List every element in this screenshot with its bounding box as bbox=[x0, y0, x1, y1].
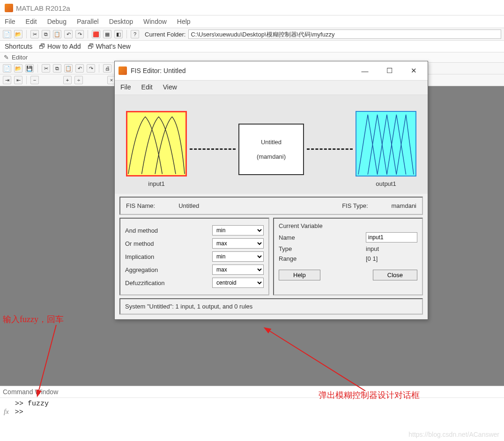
methods-panel: And method min Or method max Implication… bbox=[119, 218, 269, 295]
system-name: Untitled bbox=[261, 139, 282, 146]
close-button[interactable]: ✕ bbox=[403, 64, 424, 77]
cut-icon[interactable]: ✂ bbox=[30, 30, 39, 38]
var-name-input[interactable] bbox=[366, 232, 417, 243]
app-titlebar: MATLAB R2012a bbox=[0, 0, 504, 15]
indent-icon[interactable]: ⇥ bbox=[3, 76, 11, 84]
var-name-label: Name bbox=[279, 234, 366, 241]
divide-icon[interactable]: ÷ bbox=[74, 76, 83, 84]
help-button[interactable]: Help bbox=[279, 270, 320, 280]
defuzz-label: Defuzzification bbox=[125, 279, 212, 287]
or-method-label: Or method bbox=[125, 240, 212, 247]
input-label: input1 bbox=[126, 180, 187, 187]
or-method-select[interactable]: max bbox=[212, 238, 264, 249]
help-icon[interactable]: ? bbox=[131, 30, 139, 38]
close-button-panel[interactable]: Close bbox=[373, 270, 417, 280]
defuzz-select[interactable]: centroid bbox=[212, 278, 264, 288]
copy-icon[interactable]: ⧉ bbox=[42, 30, 50, 38]
current-variable-panel: Current Variable Name Type input Range [… bbox=[273, 218, 423, 295]
menu-parallel[interactable]: Parallel bbox=[77, 18, 99, 25]
annotation-left: 输入fuzzy，回车 bbox=[3, 314, 64, 325]
membership-triangles-icon bbox=[356, 112, 415, 176]
maximize-button[interactable]: ☐ bbox=[379, 64, 400, 77]
menu-window[interactable]: Window bbox=[143, 18, 167, 25]
new-file-icon[interactable]: 📄 bbox=[3, 30, 11, 38]
separator bbox=[88, 30, 88, 38]
paste-icon[interactable]: 📋 bbox=[53, 30, 61, 38]
fis-type-value: mamdani bbox=[392, 202, 416, 209]
var-type-label: Type bbox=[279, 245, 366, 252]
open-script-icon[interactable]: 📂 bbox=[14, 64, 22, 73]
system-node[interactable]: Untitled (mamdani) bbox=[238, 124, 304, 175]
fis-name-value: Untitled bbox=[178, 202, 199, 209]
fis-menu-view[interactable]: View bbox=[163, 83, 177, 91]
separator bbox=[26, 76, 27, 84]
menu-edit[interactable]: Edit bbox=[26, 18, 37, 25]
cmd-line-2: fx >> bbox=[4, 408, 500, 416]
membership-curves-icon bbox=[127, 112, 185, 175]
menu-file[interactable]: File bbox=[5, 18, 15, 25]
fis-menubar: File Edit View bbox=[115, 81, 428, 95]
outdent-icon[interactable]: ⇤ bbox=[14, 76, 22, 84]
current-folder-path[interactable]: C:\Users\xuewudu\Desktop\模糊控制器\代码\myfuzz… bbox=[188, 29, 501, 39]
minimize-button[interactable]: — bbox=[355, 64, 375, 77]
simulink-icon[interactable]: 🟥 bbox=[92, 30, 100, 38]
implication-select[interactable]: min bbox=[212, 251, 264, 262]
fis-editor-dialog: FIS Editor: Untitled — ☐ ✕ File Edit Vie… bbox=[114, 61, 428, 320]
menu-desktop[interactable]: Desktop bbox=[109, 18, 133, 25]
profiler-icon[interactable]: ◧ bbox=[114, 30, 123, 38]
separator bbox=[99, 64, 99, 73]
output-label: output1 bbox=[356, 180, 416, 187]
print-icon[interactable]: 🖨 bbox=[103, 64, 111, 73]
shortcuts-bar: Shortcuts 🗗 How to Add 🗗 What's New bbox=[0, 41, 504, 52]
fis-menu-edit[interactable]: Edit bbox=[141, 83, 153, 91]
separator bbox=[26, 30, 27, 38]
output-node[interactable]: output1 bbox=[356, 111, 416, 187]
matlab-logo-icon bbox=[5, 4, 13, 12]
fis-info-panel: FIS Name: Untitled FIS Type: mamdani bbox=[119, 197, 423, 215]
separator bbox=[37, 64, 38, 73]
shortcuts-label: Shortcuts bbox=[5, 43, 32, 50]
current-folder-label: Current Folder: bbox=[145, 31, 185, 38]
fis-titlebar[interactable]: FIS Editor: Untitled — ☐ ✕ bbox=[115, 61, 428, 81]
cut-icon-2[interactable]: ✂ bbox=[42, 64, 50, 73]
aggregation-select[interactable]: max bbox=[212, 265, 264, 275]
and-method-label: And method bbox=[125, 227, 212, 234]
fis-settings-grid: And method min Or method max Implication… bbox=[119, 218, 423, 295]
matlab-logo-icon bbox=[119, 66, 127, 75]
main-menubar: File Edit Debug Parallel Desktop Window … bbox=[0, 15, 504, 28]
redo-icon-2[interactable]: ↷ bbox=[87, 64, 95, 73]
editor-icon: ✎ bbox=[4, 54, 9, 61]
undo-icon[interactable]: ↶ bbox=[64, 30, 73, 38]
watermark: https://blog.csdn.net/ACanswer bbox=[408, 431, 499, 438]
fis-name-label: FIS Name: bbox=[126, 202, 155, 209]
current-variable-header: Current Variable bbox=[279, 222, 417, 229]
main-toolbar: 📄 📂 ✂ ⧉ 📋 ↶ ↷ 🟥 ▦ ◧ ? Current Folder: C:… bbox=[0, 28, 504, 41]
paste-icon-2[interactable]: 📋 bbox=[64, 64, 73, 73]
var-range-label: Range bbox=[279, 255, 366, 262]
redo-icon[interactable]: ↷ bbox=[75, 30, 84, 38]
fis-menu-file[interactable]: File bbox=[120, 83, 131, 91]
aggregation-label: Aggregation bbox=[125, 266, 212, 273]
implication-label: Implication bbox=[125, 253, 212, 260]
menu-debug[interactable]: Debug bbox=[47, 18, 67, 25]
plus-icon[interactable]: + bbox=[63, 76, 72, 84]
shortcut-how-to-add[interactable]: 🗗 How to Add bbox=[39, 43, 81, 50]
copy-icon-2[interactable]: ⧉ bbox=[53, 64, 61, 73]
system-type: (mamdani) bbox=[257, 153, 286, 160]
menu-help[interactable]: Help bbox=[177, 18, 191, 25]
undo-icon-2[interactable]: ↶ bbox=[75, 64, 84, 73]
input-node[interactable]: input1 bbox=[126, 111, 187, 187]
fx-icon[interactable]: fx bbox=[4, 408, 9, 415]
guide-icon[interactable]: ▦ bbox=[103, 30, 111, 38]
cmd-line-1: >> fuzzy bbox=[4, 400, 500, 408]
and-method-select[interactable]: min bbox=[212, 225, 264, 235]
shortcut-whats-new[interactable]: 🗗 What's New bbox=[88, 43, 131, 50]
var-range-value: [0 1] bbox=[366, 255, 417, 262]
new-script-icon[interactable]: 📄 bbox=[3, 64, 11, 73]
var-type-value: input bbox=[366, 245, 417, 252]
annotation-right: 弹出模糊控制器设计对话框 bbox=[319, 390, 420, 401]
save-icon[interactable]: 💾 bbox=[25, 64, 34, 73]
open-icon[interactable]: 📂 bbox=[14, 30, 22, 38]
minus-icon[interactable]: − bbox=[30, 76, 39, 84]
fis-diagram-canvas: input1 Untitled (mamdani) bbox=[115, 95, 428, 194]
